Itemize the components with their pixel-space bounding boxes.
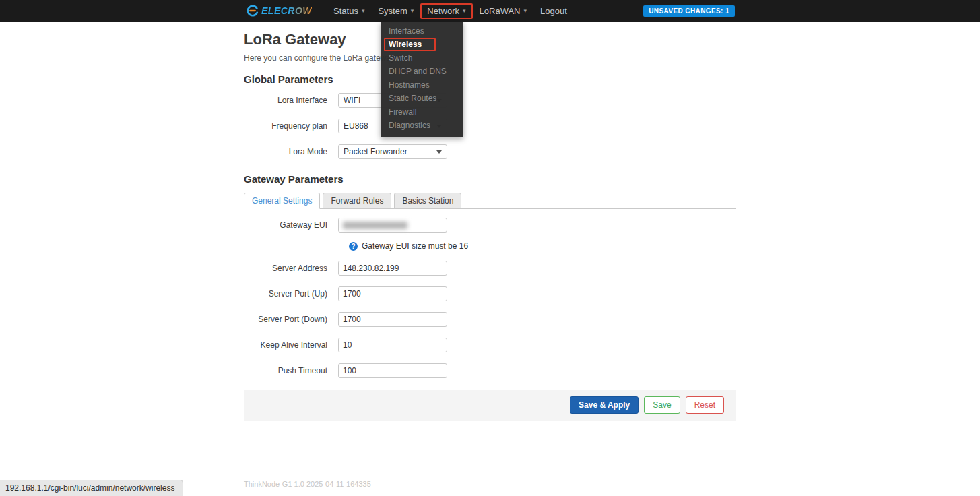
lora-mode-row: Lora Mode Packet Forwarder: [244, 144, 736, 159]
page: ELECROW Status ▾ System ▾ Network ▾ LoRa…: [0, 0, 980, 496]
elecrow-logo-text: ELECROW: [261, 5, 312, 16]
keep-alive-interval-row: Keep Alive Interval: [244, 338, 736, 352]
server-address-label: Server Address: [244, 264, 338, 273]
save-apply-button[interactable]: Save & Apply: [570, 396, 639, 414]
redacted-value: [343, 222, 407, 229]
top-navbar: ELECROW Status ▾ System ▾ Network ▾ LoRa…: [0, 0, 980, 22]
caret-down-icon: ▾: [362, 8, 365, 14]
keep-alive-interval-label: Keep Alive Interval: [244, 340, 338, 350]
page-title: LoRa Gateway: [244, 31, 736, 49]
main-content: LoRa Gateway Here you can configure the …: [244, 31, 736, 421]
caret-down-icon: ▾: [463, 8, 466, 14]
lora-mode-select[interactable]: Packet Forwarder: [338, 144, 447, 159]
select-value: WIFI: [344, 96, 360, 105]
frequency-plan-row: Frequency plan EU868: [244, 119, 736, 133]
gateway-eui-hint-text: Gateway EUI size must be 16: [362, 241, 468, 251]
help-icon: ?: [349, 242, 358, 251]
nav-item-label: Network: [427, 6, 459, 16]
server-address-input[interactable]: [338, 261, 447, 276]
server-port-down-row: Server Port (Down): [244, 312, 736, 327]
reset-button[interactable]: Reset: [686, 396, 724, 414]
elecrow-logo[interactable]: ELECROW: [247, 5, 312, 17]
footer-divider: [0, 472, 980, 472]
nav-item-lorawan[interactable]: LoRaWAN ▾: [473, 3, 533, 19]
server-port-up-input[interactable]: [338, 286, 447, 301]
browser-link-preview: 192.168.1.1/cgi-bin/luci/admin/network/w…: [0, 480, 183, 496]
global-parameters-heading: Global Parameters: [244, 73, 736, 85]
frequency-plan-label: Frequency plan: [244, 121, 338, 131]
gateway-eui-label: Gateway EUI: [244, 220, 338, 230]
push-timeout-label: Push Timeout: [244, 366, 338, 375]
gateway-eui-input[interactable]: [338, 218, 447, 232]
wireless-highlight-box: Wireless: [384, 38, 436, 51]
lora-mode-label: Lora Mode: [244, 147, 338, 156]
nav-item-label: Logout: [540, 6, 567, 16]
tab-general-settings[interactable]: General Settings: [244, 193, 320, 209]
lora-interface-row: Lora Interface WIFI: [244, 93, 736, 108]
menu-item-dhcp-dns[interactable]: DHCP and DNS: [381, 65, 463, 78]
action-bar: Save & Apply Save Reset: [244, 390, 736, 421]
nav-item-network[interactable]: Network ▾: [420, 3, 472, 19]
menu-item-interfaces[interactable]: Interfaces: [381, 24, 463, 38]
select-value: Packet Forwarder: [344, 147, 407, 156]
push-timeout-row: Push Timeout: [244, 363, 736, 378]
page-subtitle: Here you can configure the LoRa gateway: [244, 53, 736, 63]
caret-down-icon: ▾: [411, 8, 414, 14]
tab-basics-station[interactable]: Basics Station: [394, 193, 461, 209]
push-timeout-input[interactable]: [338, 363, 447, 378]
network-dropdown-menu: Interfaces Wireless Switch DHCP and DNS …: [381, 22, 463, 137]
gateway-parameters-heading: Gateway Parameters: [244, 173, 736, 185]
select-value: EU868: [344, 121, 368, 131]
elecrow-logo-icon: [247, 5, 259, 17]
lora-interface-label: Lora Interface: [244, 96, 338, 105]
server-port-up-row: Server Port (Up): [244, 286, 736, 301]
menu-item-diagnostics[interactable]: Diagnostics: [381, 119, 463, 132]
menu-item-hostnames[interactable]: Hostnames: [381, 78, 463, 92]
unsaved-changes-badge[interactable]: UNSAVED CHANGES: 1: [643, 5, 735, 17]
server-port-up-label: Server Port (Up): [244, 289, 338, 299]
menu-item-static-routes[interactable]: Static Routes: [381, 92, 463, 105]
server-port-down-label: Server Port (Down): [244, 315, 338, 324]
server-port-down-input[interactable]: [338, 312, 447, 327]
nav-item-status[interactable]: Status ▾: [327, 3, 371, 19]
menu-item-firewall[interactable]: Firewall: [381, 105, 463, 119]
save-button[interactable]: Save: [644, 396, 680, 414]
server-address-row: Server Address: [244, 261, 736, 276]
gateway-eui-hint-row: ? Gateway EUI size must be 16: [349, 241, 736, 251]
gateway-eui-row: Gateway EUI: [244, 218, 736, 232]
caret-down-icon: ▾: [523, 8, 527, 14]
nav-item-label: System: [378, 6, 407, 16]
keep-alive-interval-input[interactable]: [338, 338, 447, 352]
nav-item-logout[interactable]: Logout: [533, 3, 574, 19]
gateway-tabs: General Settings Forward Rules Basics St…: [244, 193, 736, 209]
menu-item-wireless[interactable]: Wireless: [381, 38, 463, 51]
nav-item-label: LoRaWAN: [480, 6, 521, 16]
tab-forward-rules[interactable]: Forward Rules: [323, 193, 391, 209]
nav-item-label: Status: [333, 6, 358, 16]
menu-item-switch[interactable]: Switch: [381, 51, 463, 65]
firmware-version-text: ThinkNode-G1 1.0 2025-04-11-164335: [244, 480, 371, 488]
nav-item-system[interactable]: System ▾: [371, 3, 420, 19]
chevron-down-icon: [436, 150, 442, 154]
